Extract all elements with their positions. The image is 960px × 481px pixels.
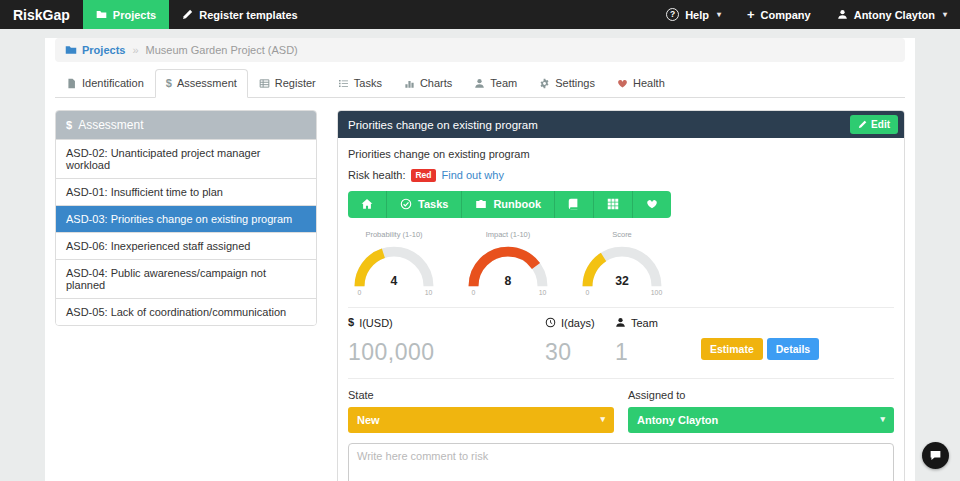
tab-label: Charts [420, 77, 452, 89]
nav-help-menu[interactable]: ? Help ▾ [653, 0, 734, 29]
runbook-button-label: Runbook [493, 198, 541, 210]
tab-label: Assessment [177, 77, 237, 89]
heart-icon [646, 198, 658, 210]
svg-text:10: 10 [539, 288, 547, 295]
state-select[interactable]: New ▾ [348, 407, 614, 433]
nav-register-templates-label: Register templates [199, 9, 297, 21]
gauge-label: Score [576, 230, 668, 239]
dollar-icon: $ [166, 78, 172, 89]
nav-projects-label: Projects [113, 9, 156, 21]
metric-label: I(USD) [359, 317, 393, 329]
tab-settings[interactable]: Settings [528, 69, 606, 98]
notebook-button[interactable] [555, 191, 594, 218]
risk-list-item[interactable]: ASD-05: Lack of coordination/communicati… [56, 298, 316, 325]
find-out-why-link[interactable]: Find out why [442, 169, 504, 181]
score-gauge: Score 32 0 100 [576, 230, 668, 297]
brand-logo[interactable]: RiskGap [0, 0, 83, 29]
risk-toolbar: Tasks Runbook [348, 191, 671, 218]
panel-title: Priorities change on existing program [348, 119, 538, 131]
tab-team[interactable]: Team [463, 69, 528, 98]
navbar-right: ? Help ▾ + Company Antony Clayton ▾ [653, 0, 960, 29]
metric-label: I(days) [561, 317, 595, 329]
bar-chart-icon [404, 78, 415, 89]
tab-register[interactable]: Register [248, 69, 327, 98]
tab-label: Identification [82, 77, 144, 89]
state-field: State New ▾ [348, 389, 614, 433]
nav-company-button[interactable]: + Company [734, 0, 824, 29]
chevron-down-icon: ▾ [943, 11, 947, 19]
risk-list-item[interactable]: ASD-01: Insufficient time to plan [56, 178, 316, 205]
probability-gauge: Probability (1-10) 4 0 10 [348, 230, 440, 297]
risk-description: Priorities change on existing program [348, 148, 894, 160]
state-select-value: New [357, 414, 380, 426]
tab-label: Settings [555, 77, 595, 89]
list-icon [338, 78, 349, 89]
chat-widget-button[interactable] [922, 442, 949, 469]
svg-text:0: 0 [472, 288, 476, 295]
assigned-select-value: Antony Clayton [637, 414, 718, 426]
breadcrumb-separator: » [132, 44, 138, 56]
nav-company-label: Company [761, 9, 811, 21]
matrix-button[interactable] [594, 191, 633, 218]
metric-usd-value: 100,000 [348, 339, 545, 366]
clock-icon [545, 317, 556, 328]
health-button[interactable] [633, 191, 671, 218]
edit-icon [858, 120, 867, 129]
tasks-button[interactable]: Tasks [387, 191, 462, 218]
tab-health[interactable]: Health [606, 69, 676, 98]
chevron-down-icon: ▾ [600, 415, 605, 424]
nav-user-menu[interactable]: Antony Clayton ▾ [824, 0, 960, 29]
tab-label: Register [275, 77, 316, 89]
tab-charts[interactable]: Charts [393, 69, 463, 98]
folder-icon [96, 9, 107, 20]
nav-register-templates-button[interactable]: Register templates [169, 0, 310, 29]
breadcrumb: Projects » Museum Garden Project (ASD) [55, 38, 905, 62]
book-icon [568, 198, 580, 210]
heart-icon [617, 78, 628, 89]
tab-tasks[interactable]: Tasks [327, 69, 393, 98]
metric-label: Team [631, 317, 658, 329]
metric-team-value: 1 [615, 339, 701, 366]
estimate-button[interactable]: Estimate [701, 338, 763, 360]
folder-icon [65, 44, 77, 56]
table-icon [259, 78, 270, 89]
home-icon [361, 198, 373, 210]
risk-detail-panel: Priorities change on existing program Ed… [337, 110, 905, 481]
page-container: Projects » Museum Garden Project (ASD) I… [45, 38, 915, 481]
tab-assessment[interactable]: $ Assessment [155, 69, 248, 98]
check-circle-icon [400, 198, 412, 210]
impact-gauge: Impact (1-10) 8 0 10 [462, 230, 554, 297]
edit-icon [182, 9, 193, 20]
tab-label: Health [633, 77, 665, 89]
edit-button-label: Edit [871, 119, 890, 130]
plus-icon: + [747, 8, 755, 21]
risk-list-item-selected[interactable]: ASD-03: Priorities change on existing pr… [56, 205, 316, 232]
runbook-button[interactable]: Runbook [462, 191, 555, 218]
chat-bubble-icon [929, 449, 942, 462]
user-icon [837, 9, 848, 20]
risk-health-label: Risk health: [348, 169, 405, 181]
risk-list-item[interactable]: ASD-04: Public awareness/campaign not pl… [56, 259, 316, 298]
assigned-select[interactable]: Antony Clayton ▾ [628, 407, 894, 433]
risk-list-item[interactable]: ASD-06: Inexperienced staff assigned [56, 232, 316, 259]
edit-button[interactable]: Edit [850, 115, 898, 134]
home-button[interactable] [348, 191, 387, 218]
state-assigned-row: State New ▾ Assigned to Antony Clayton ▾ [348, 389, 894, 433]
metrics-row: $ I(USD) 100,000 I(days) 30 [348, 307, 894, 379]
comment-textarea[interactable] [348, 443, 894, 481]
gear-icon [539, 78, 550, 89]
nav-user-name: Antony Clayton [854, 9, 935, 21]
metric-team: Team 1 [615, 317, 701, 366]
breadcrumb-projects-link[interactable]: Projects [65, 44, 125, 56]
metric-actions: Estimate Details [701, 338, 819, 360]
risk-list-item[interactable]: ASD-02: Unanticipated project manager wo… [56, 139, 316, 178]
details-button[interactable]: Details [767, 338, 819, 360]
metric-days-value: 30 [545, 339, 615, 366]
tab-identification[interactable]: Identification [55, 69, 155, 98]
nav-help-label: Help [685, 9, 709, 21]
svg-text:100: 100 [651, 288, 663, 295]
nav-projects-button[interactable]: Projects [83, 0, 169, 29]
risk-detail-header: Priorities change on existing program Ed… [338, 111, 904, 138]
gauge-label: Probability (1-10) [348, 230, 440, 239]
tab-bar: Identification $ Assessment Register Tas… [55, 69, 905, 98]
